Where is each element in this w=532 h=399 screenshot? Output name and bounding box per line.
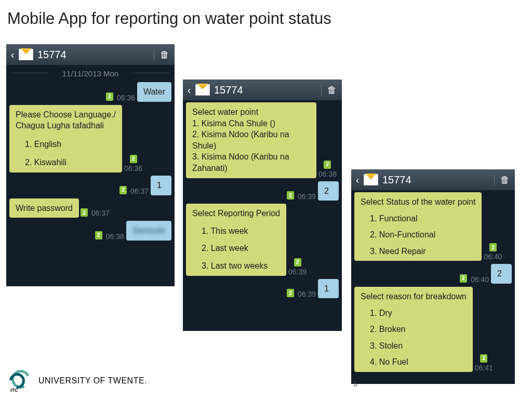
outgoing-bubble[interactable]: 1	[151, 176, 171, 195]
back-icon[interactable]: ‹	[351, 174, 364, 186]
incoming-bubble[interactable]: Write password	[9, 198, 79, 218]
timestamp: 06:36	[124, 164, 142, 172]
phone-screenshot-2: ‹ 15774 🗑 Select water point 1. Kisima C…	[183, 79, 342, 331]
text-line: Select reason for breakdown	[361, 291, 467, 302]
message-row: Select Reporting Period 1. This week 2. …	[186, 204, 339, 275]
message-row: Select water point 1. Kisima Cha Shule (…	[186, 102, 339, 178]
back-icon[interactable]: ‹	[183, 84, 195, 96]
text-line: 1. This week	[192, 225, 280, 237]
text-line: 2. Broken	[361, 324, 467, 335]
text-line: Zahanati)	[192, 163, 310, 174]
outgoing-bubble[interactable]: 2	[318, 181, 339, 201]
text-line: 3. Kisima Ndoo (Karibu na	[192, 151, 310, 163]
incoming-bubble[interactable]: Select Status of the water point 1. Func…	[354, 192, 482, 261]
text-line: Select Reporting Period	[192, 208, 280, 219]
mail-icon	[364, 174, 378, 185]
timestamp: 06:40	[471, 275, 489, 284]
message-row: 2 06:38 Samoulo	[9, 221, 171, 241]
message-row: 2 06:39 1	[186, 279, 339, 299]
sim-icon: 2	[119, 186, 127, 194]
message-row: 2 06:37 1	[9, 176, 171, 195]
text-line: 1. Functional	[361, 213, 475, 224]
sim-icon: 2	[294, 258, 301, 267]
sim-icon: 2	[95, 231, 102, 240]
page-number: 9	[353, 379, 357, 388]
back-icon[interactable]: ‹	[6, 49, 19, 61]
timestamp: 06:39	[298, 192, 316, 201]
sim-icon: 2	[81, 208, 88, 217]
itc-logo-icon: ITC	[9, 370, 31, 392]
trash-icon[interactable]: 🗑	[154, 49, 175, 60]
text-line: 2. Last week	[192, 243, 280, 254]
phone-screenshot-3: ‹ 15774 🗑 Select Status of the water poi…	[351, 169, 515, 384]
incoming-bubble[interactable]: Select reason for breakdown 1. Dry 2. Br…	[354, 287, 473, 372]
sim-icon: 2	[287, 191, 294, 200]
sim-icon: 2	[489, 243, 497, 251]
mail-icon	[19, 49, 33, 60]
timestamp: 06:40	[484, 252, 502, 261]
text-line: 4. No Fuel	[361, 356, 467, 368]
timestamp: 06:38	[318, 170, 337, 178]
text-line: 2. Kisima Ndoo (Karibu na Shule)	[192, 129, 310, 151]
text-line: 3. Need Repair	[361, 246, 475, 257]
contact-title: 15774	[214, 84, 321, 96]
text-line: Select Status of the water point	[361, 196, 475, 208]
text-line: 2. Non-Functional	[361, 229, 475, 241]
text-line: 3. Stolen	[361, 340, 467, 352]
message-row: 2 06:39 2	[186, 181, 339, 201]
trash-icon[interactable]: 🗑	[494, 175, 515, 185]
sim-icon: 2	[480, 354, 487, 363]
message-row: 2 06:40 2	[354, 264, 512, 284]
university-label: UNIVERSITY OF TWENTE.	[38, 376, 147, 385]
sim-icon: 2	[287, 289, 294, 297]
message-row: Please Choose Language./ Chagua Lugha ta…	[9, 105, 171, 172]
timestamp: 06:39	[288, 268, 307, 276]
timestamp: 06:37	[91, 209, 110, 217]
timestamp: 06:39	[298, 290, 316, 298]
text-line: 1. English	[16, 139, 116, 150]
statusbar: ‹ 15774 🗑	[6, 44, 175, 65]
outgoing-bubble[interactable]: 2	[491, 264, 512, 284]
sim-icon: 2	[130, 155, 137, 163]
statusbar: ‹ 15774 🗑	[351, 169, 515, 190]
incoming-bubble[interactable]: Select water point 1. Kisima Cha Shule (…	[186, 102, 316, 178]
footer: ITC UNIVERSITY OF TWENTE.	[9, 370, 147, 392]
statusbar: ‹ 15774 🗑	[183, 79, 342, 100]
incoming-bubble[interactable]: Please Choose Language./ Chagua Lugha ta…	[9, 105, 122, 172]
text-line: Please Choose Language./	[16, 109, 116, 121]
mail-icon	[195, 84, 210, 96]
sim-icon: 2	[460, 274, 467, 283]
sim-icon: 2	[324, 161, 331, 169]
slide-title: Mobile App for reporting on water point …	[0, 0, 532, 28]
incoming-bubble[interactable]: Select Reporting Period 1. This week 2. …	[186, 204, 286, 275]
text-line: Chagua Lugha tafadhali	[16, 120, 116, 131]
message-row: 2 06:36 Water	[9, 82, 171, 102]
date-label: 11/11/2013 Mon	[6, 65, 175, 80]
outgoing-bubble[interactable]: 1	[318, 279, 339, 299]
timestamp: 06:41	[475, 364, 493, 372]
phone-screenshot-1: ‹ 15774 🗑 11/11/2013 Mon 2 06:36 Water P…	[6, 44, 175, 286]
message-row: Select Status of the water point 1. Func…	[354, 192, 512, 261]
text-line: 1. Dry	[361, 308, 467, 319]
text-line: Select water point	[192, 107, 310, 118]
trash-icon[interactable]: 🗑	[321, 85, 342, 96]
timestamp: 06:38	[106, 232, 124, 241]
text-line: 1. Kisima Cha Shule ()	[192, 118, 310, 129]
timestamp: 06:37	[130, 187, 149, 195]
message-row: Write password 2 06:37	[9, 198, 171, 218]
text-line: 3. Last two weeks	[192, 260, 280, 272]
contact-title: 15774	[37, 49, 154, 61]
contact-title: 15774	[382, 174, 494, 186]
message-row: Select reason for breakdown 1. Dry 2. Br…	[354, 287, 512, 372]
text-line: 2. Kiswahili	[16, 157, 116, 168]
outgoing-bubble[interactable]: Water	[137, 82, 171, 102]
timestamp: 06:36	[117, 94, 135, 102]
sim-icon: 2	[106, 92, 113, 101]
outgoing-bubble[interactable]: Samoulo	[126, 221, 171, 241]
